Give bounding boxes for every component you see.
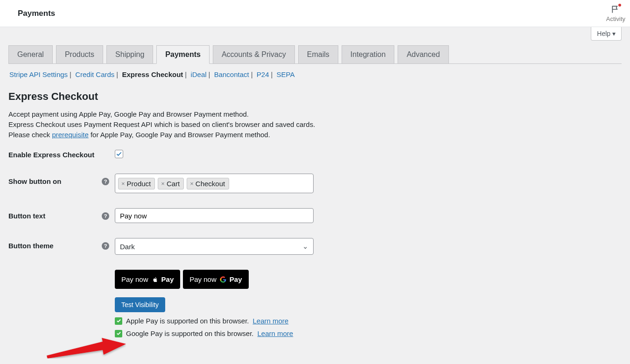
desc-line-2: Express Checkout uses Payment Request AP… [8,119,622,130]
tag-cart: ×Cart [158,178,184,189]
tab-payments[interactable]: Payments [156,45,210,64]
tab-general[interactable]: General [8,45,53,63]
subtab-express-checkout[interactable]: Express Checkout [122,70,183,78]
remove-tag-icon[interactable]: × [121,180,125,187]
show-on-multiselect[interactable]: ×Product ×Cart ×Checkout [115,174,314,193]
apple-pay-support-status: Apple Pay is supported on this browser. … [115,317,622,325]
button-theme-label: Button theme ? [8,238,115,250]
learn-more-apple-link[interactable]: Learn more [252,317,288,325]
section-title: Express Checkout [8,91,622,103]
learn-more-google-link[interactable]: Learn more [258,329,294,337]
check-icon [115,317,122,325]
subtab-stripe-api[interactable]: Stripe API Settings [9,70,68,78]
google-pay-support-status: Google Pay is supported on this browser.… [115,329,622,337]
test-visibility-button[interactable]: Test Visibility [115,297,165,312]
activity-label: Activity [606,15,625,22]
activity-button[interactable]: Activity [606,5,625,22]
tab-emails[interactable]: Emails [298,45,338,63]
tab-products[interactable]: Products [56,45,103,63]
subtab-credit-cards[interactable]: Credit Cards [75,70,114,78]
tab-shipping[interactable]: Shipping [106,45,153,63]
tag-checkout: ×Checkout [187,178,229,189]
help-dropdown[interactable]: Help ▾ [591,27,622,41]
remove-tag-icon[interactable]: × [190,180,194,187]
help-icon[interactable]: ? [102,212,109,220]
subtab-p24[interactable]: P24 [257,70,269,78]
notification-dot [618,4,621,7]
svg-marker-0 [47,338,126,352]
chevron-down-icon: ⌄ [302,242,308,251]
tab-integration[interactable]: Integration [342,45,395,63]
button-text-input[interactable] [115,208,314,223]
show-on-label: Show button on ? [8,174,115,185]
google-icon [219,276,227,283]
check-icon [116,151,122,157]
help-icon[interactable]: ? [102,178,109,185]
subtab-ideal[interactable]: iDeal [190,70,206,78]
apple-pay-preview-button[interactable]: Pay now Pay [115,270,180,289]
tab-advanced[interactable]: Advanced [398,45,448,63]
google-pay-preview-button[interactable]: Pay now Pay [183,270,248,289]
button-theme-select[interactable]: Dark ⌄ [115,238,314,255]
page-title: Payments [18,9,55,18]
desc-line-3: Please check prerequisite for Apple Pay,… [8,130,622,140]
button-text-label: Button text ? [8,208,115,220]
topbar: Payments Activity [0,0,630,27]
section-description: Accept payment using Apple Pay, Google P… [8,109,622,140]
tag-product: ×Product [118,178,155,189]
prerequisite-link[interactable]: prerequisite [52,131,88,139]
desc-line-1: Accept payment using Apple Pay, Google P… [8,109,622,119]
settings-tabs: General Products Shipping Payments Accou… [8,45,622,64]
annotation-arrow [47,328,126,352]
remove-tag-icon[interactable]: × [161,180,165,187]
enable-label: Enable Express Checkout [8,150,115,159]
flag-icon [611,5,620,15]
enable-checkbox[interactable] [115,150,123,158]
help-icon[interactable]: ? [102,242,109,250]
subtab-sepa[interactable]: SEPA [277,70,295,78]
apple-icon [151,276,159,283]
tab-accounts-privacy[interactable]: Accounts & Privacy [213,45,295,63]
subtab-bancontact[interactable]: Bancontact [214,70,249,78]
payment-subtabs: Stripe API Settings| Credit Cards| Expre… [8,64,622,78]
